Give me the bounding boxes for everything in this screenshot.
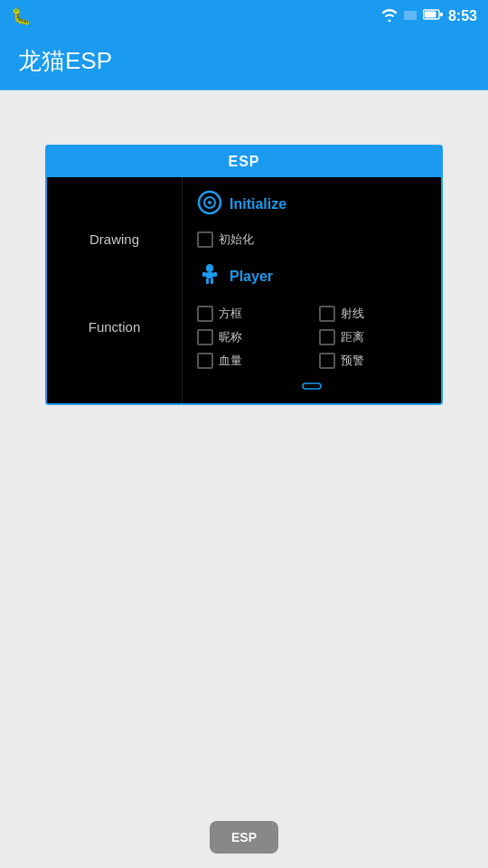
svg-point-6	[208, 201, 211, 204]
label-xueliang: 血量	[219, 353, 242, 369]
app-title: 龙猫ESP	[18, 45, 112, 77]
label-shexian: 射线	[341, 306, 364, 322]
option-nicheng: 昵称	[197, 329, 305, 345]
wifi-icon	[381, 9, 398, 24]
sidebar-item-drawing[interactable]: Drawing	[47, 195, 182, 283]
option-juli: 距离	[319, 329, 427, 345]
esp-panel-header: ESP	[47, 146, 441, 177]
initialize-row: Initialize	[197, 190, 427, 219]
label-fangkuang: 方框	[219, 306, 242, 322]
status-bar-right: 8:53	[381, 8, 477, 24]
scroll-indicator	[197, 382, 427, 391]
initialize-checkbox[interactable]	[197, 231, 213, 248]
svg-rect-12	[211, 278, 213, 284]
option-fangkuang: 方框	[197, 306, 305, 322]
svg-rect-2	[424, 12, 436, 18]
main-content: ESP Drawing Function	[0, 90, 488, 868]
option-xueliang: 血量	[197, 353, 305, 369]
initialize-checkbox-row: 初始化	[197, 231, 427, 248]
svg-rect-3	[440, 13, 443, 16]
esp-content: Initialize 初始化	[183, 177, 441, 403]
checkbox-fangkuang[interactable]	[197, 306, 213, 322]
player-icon	[197, 262, 222, 291]
svg-rect-11	[206, 278, 209, 284]
svg-rect-0	[404, 11, 417, 20]
player-options-grid: 方框 射线 昵称 距离	[197, 306, 427, 369]
battery-icon	[423, 8, 443, 24]
checkbox-xueliang[interactable]	[197, 353, 213, 369]
player-header: Player	[197, 262, 427, 291]
app-bar: 龙猫ESP	[0, 33, 488, 90]
player-label: Player	[230, 269, 273, 285]
option-yujing: 预警	[319, 353, 427, 369]
label-yujing: 预警	[341, 353, 364, 369]
svg-rect-9	[202, 272, 206, 277]
initialize-label: Initialize	[230, 196, 286, 212]
status-time: 8:53	[448, 8, 477, 24]
status-bar: 🐛 8:53	[0, 0, 488, 33]
label-juli: 距离	[341, 329, 364, 345]
sidebar-item-function[interactable]: Function	[47, 283, 182, 371]
initialize-icon	[197, 190, 222, 219]
svg-rect-10	[213, 272, 217, 277]
label-nicheng: 昵称	[219, 329, 242, 345]
esp-sidebar: Drawing Function	[47, 177, 183, 403]
checkbox-nicheng[interactable]	[197, 329, 213, 345]
esp-panel-body: Drawing Function Initialize	[47, 177, 441, 403]
esp-bottom-button[interactable]: ESP	[210, 821, 278, 854]
status-bar-left: 🐛	[11, 6, 31, 26]
sim-icon	[403, 9, 418, 24]
checkbox-shexian[interactable]	[319, 306, 335, 322]
svg-rect-8	[206, 272, 213, 278]
checkbox-yujing[interactable]	[319, 353, 335, 369]
svg-rect-13	[303, 383, 321, 389]
option-shexian: 射线	[319, 306, 427, 322]
bug-icon: 🐛	[11, 6, 31, 26]
initialize-checkbox-label: 初始化	[219, 231, 254, 248]
esp-panel: ESP Drawing Function	[45, 145, 443, 405]
checkbox-juli[interactable]	[319, 329, 335, 345]
